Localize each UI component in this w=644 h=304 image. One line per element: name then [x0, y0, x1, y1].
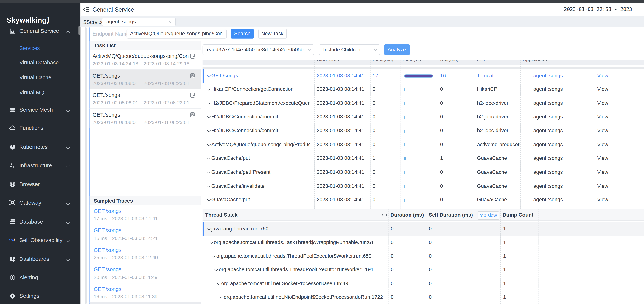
sampled-trace-item[interactable]: GET:/songs17 ms2023-01-03 08:14:41 [90, 206, 201, 225]
thread-stack-row[interactable]: org.apache.tomcat.util.net.SocketProcess… [202, 277, 644, 290]
thread-frame[interactable]: org.apache.tomcat.util.threads.ThreadPoo… [212, 253, 384, 259]
sidebar-item-self-observability[interactable]: Sw)Self Observability [0, 235, 80, 245]
sidebar-item-service-mesh[interactable]: Service Mesh [0, 105, 80, 115]
thread-stack-row[interactable]: org.apache.tomcat.util.threads.ThreadPoo… [202, 263, 644, 277]
span-row[interactable]: H2/JDBC/Connection/commit2023-01-03 08:1… [202, 124, 644, 138]
sidebar-item-virtual-mq[interactable]: Virtual MQ [0, 88, 80, 98]
span-row[interactable]: GuavaCache/put2023-01-03 08:14:4100Guava… [202, 193, 644, 207]
span-name[interactable]: H2/JDBC/Connection/commit [207, 114, 310, 120]
thread-stack-row[interactable]: java.lang.Thread.run:750001 [202, 222, 644, 236]
thread-frame[interactable]: org.apache.tomcat.util.threads.TaskThrea… [209, 240, 384, 245]
trace-name[interactable]: GET:/songs [94, 286, 121, 292]
span-name[interactable]: GuavaCache/getIfPresent [207, 169, 310, 175]
chevron-down-icon[interactable] [207, 227, 210, 230]
span-name[interactable]: GET:/songs [207, 72, 310, 78]
segment-select[interactable]: eaed37e7-1d4e-4f50-be8d-14e52ce6505b [202, 44, 314, 55]
sidebar-item-dashboards[interactable]: Dashboards [0, 254, 80, 264]
task-log-icon[interactable] [190, 92, 196, 98]
service-select[interactable]: agent::songs [102, 18, 176, 26]
task-list-item[interactable]: GET:/songs2023-01-01 08:08:012023-01-01 … [90, 109, 201, 128]
task-log-icon[interactable] [190, 54, 196, 59]
top-slow-button[interactable]: top slow [478, 211, 499, 220]
thread-stack-row[interactable]: org.apache.tomcat.util.threads.TaskThrea… [202, 236, 644, 249]
span-row[interactable]: GuavaCache/invalidate2023-01-03 08:14:41… [202, 180, 644, 193]
span-name[interactable]: GuavaCache/invalidate [207, 183, 310, 189]
span-view-link[interactable]: View [576, 142, 630, 148]
chevron-down-icon[interactable] [207, 115, 210, 118]
trace-name[interactable]: GET:/songs [94, 266, 121, 272]
sidebar-item-virtual-cache[interactable]: Virtual Cache [0, 72, 80, 82]
chevron-down-icon[interactable] [217, 282, 220, 285]
thread-frame[interactable]: java.lang.Thread.run:750 [207, 226, 384, 232]
sidebar-item-database[interactable]: Database [0, 216, 80, 226]
chevron-down-icon[interactable] [207, 184, 210, 188]
task-list-item[interactable]: GET:/songs2023-01-03 08:08:012023-01-03 … [90, 70, 201, 89]
span-row[interactable]: H2/JDBC/PreparedStatement/executeQuery20… [202, 96, 644, 110]
chevron-down-icon[interactable] [210, 240, 213, 244]
thread-frame[interactable]: org.apache.tomcat.util.net.NioEndpoint$S… [219, 294, 384, 300]
sidebar-scrollbar[interactable] [78, 26, 80, 35]
task-log-icon[interactable] [190, 112, 196, 118]
resize-handle-icon[interactable] [382, 213, 387, 216]
span-row[interactable]: GuavaCache/put2023-01-03 08:14:4111Guava… [202, 152, 644, 166]
chevron-down-icon[interactable] [207, 74, 210, 77]
chevron-down-icon[interactable] [207, 88, 210, 91]
span-view-link[interactable]: View [576, 156, 630, 161]
sidebar-item-functions[interactable]: Functions [0, 123, 80, 133]
span-row[interactable]: GET:/songs2023-01-03 08:14:411716Tomcata… [202, 69, 644, 83]
span-name[interactable]: GuavaCache/put [207, 156, 310, 161]
span-name[interactable]: ActiveMQ/Queue/queue-songs-ping/Producer [207, 142, 310, 148]
chevron-down-icon[interactable] [214, 268, 218, 271]
sampled-trace-item[interactable]: GET:/songs25 ms2023-01-03 08:12:40 [90, 244, 201, 264]
time-range[interactable]: 2023-01-03 22:53 ~ 2023 [564, 6, 632, 12]
span-row[interactable]: GuavaCache/getIfPresent2023-01-03 08:14:… [202, 166, 644, 180]
sidebar-item-kubernetes[interactable]: Kubernetes [0, 142, 80, 152]
span-name[interactable]: H2/JDBC/PreparedStatement/executeQuery [207, 100, 310, 106]
sidebar-item-settings[interactable]: Settings [0, 291, 80, 301]
sidebar-collapse-icon[interactable] [84, 6, 90, 12]
thread-stack-row[interactable]: org.apache.tomcat.util.net.NioEndpoint$S… [202, 290, 644, 304]
span-row[interactable]: ActiveMQ/Queue/queue-songs-ping/Producer… [202, 138, 644, 152]
sidebar-item-gateway[interactable]: Gateway [0, 198, 80, 208]
span-view-link[interactable]: View [576, 86, 630, 92]
chevron-down-icon[interactable] [207, 129, 210, 132]
task-list-item[interactable]: ActiveMQ/Queue/queue-songs-ping/Consumer… [90, 50, 201, 70]
span-name[interactable]: GuavaCache/put [207, 197, 310, 203]
chevron-down-icon[interactable] [207, 170, 210, 174]
trace-name[interactable]: GET:/songs [94, 227, 121, 234]
span-view-link[interactable]: View [576, 197, 630, 203]
sidebar-item-general-service[interactable]: General Service [0, 26, 80, 36]
span-view-link[interactable]: View [576, 169, 630, 175]
sidebar-item-virtual-database[interactable]: Virtual Database [0, 58, 80, 68]
chevron-down-icon[interactable] [207, 156, 210, 160]
span-name[interactable]: H2/JDBC/Connection/commit [207, 128, 310, 134]
task-list-item[interactable]: GET:/songs2023-01-02 08:08:012023-01-02 … [90, 89, 201, 109]
thread-frame[interactable]: org.apache.tomcat.util.net.SocketProcess… [217, 280, 384, 286]
span-row[interactable]: HikariCP/Connection/getConnection2023-01… [202, 83, 644, 96]
span-view-link[interactable]: View [576, 100, 630, 106]
span-name[interactable]: HikariCP/Connection/getConnection [207, 86, 310, 92]
chevron-down-icon[interactable] [207, 143, 210, 146]
sampled-trace-item[interactable]: GET:/songs15 ms2023-01-03 08:14:21 [90, 225, 201, 244]
include-children-select[interactable]: Include Children [319, 44, 380, 55]
span-view-link[interactable]: View [576, 114, 630, 120]
new-task-button[interactable]: New Task [258, 29, 286, 39]
trace-name[interactable]: GET:/songs [94, 208, 121, 214]
endpoint-name-input[interactable] [126, 29, 227, 39]
chevron-down-icon[interactable] [219, 295, 223, 298]
sidebar-item-services[interactable]: Services [0, 43, 80, 53]
task-log-icon[interactable] [190, 73, 196, 79]
chevron-down-icon[interactable] [207, 101, 210, 105]
analyze-button[interactable]: Analyze [384, 44, 410, 55]
page-scrollbar[interactable] [84, 27, 86, 304]
sidebar-item-infrastructure[interactable]: Infrastructure [0, 160, 80, 170]
sidebar-item-browser[interactable]: Browser [0, 179, 80, 189]
span-view-link[interactable]: View [576, 128, 630, 134]
sampled-trace-item[interactable]: GET:/songs16 ms2023-01-03 08:11:39 [90, 284, 201, 303]
search-button[interactable]: Search [231, 29, 254, 39]
sampled-trace-item[interactable]: GET:/songs20 ms2023-01-03 08:11:49 [90, 264, 201, 284]
span-row[interactable]: H2/JDBC/Connection/commit2023-01-03 08:1… [202, 110, 644, 124]
thread-frame[interactable]: org.apache.tomcat.util.threads.ThreadPoo… [214, 267, 384, 273]
sidebar-item-alerting[interactable]: Alerting [0, 272, 80, 282]
span-view-link[interactable]: View [576, 72, 630, 78]
